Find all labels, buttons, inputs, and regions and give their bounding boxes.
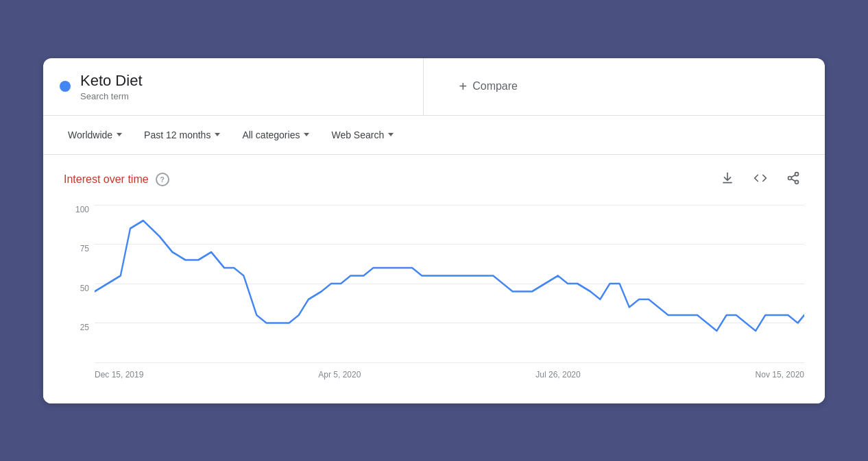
search-term-subtitle: Search term: [80, 91, 143, 101]
main-card: Keto Diet Search term + Compare Worldwid…: [43, 58, 825, 403]
chart-section: Interest over time ?: [43, 155, 825, 403]
chart-title-area: Interest over time ?: [64, 173, 169, 186]
line-chart-svg: [95, 205, 804, 362]
categories-label: All categories: [242, 129, 300, 140]
search-term-text: Keto Diet Search term: [80, 72, 143, 101]
x-label-jul: Jul 26, 2020: [535, 370, 580, 379]
categories-filter[interactable]: All categories: [234, 124, 317, 146]
search-term-title: Keto Diet: [80, 72, 143, 90]
time-range-chevron-icon: [215, 133, 220, 136]
y-label-25: 25: [80, 323, 89, 332]
region-label: Worldwide: [68, 129, 112, 140]
x-axis: Dec 15, 2019 Apr 5, 2020 Jul 26, 2020 No…: [95, 366, 804, 383]
search-term-section: Keto Diet Search term: [43, 58, 424, 115]
help-icon[interactable]: ?: [156, 173, 169, 186]
svg-point-1: [788, 176, 792, 179]
chart-container: 100 75 50 25: [64, 205, 804, 383]
region-filter[interactable]: Worldwide: [60, 124, 130, 146]
chart-title: Interest over time: [64, 173, 149, 186]
svg-point-0: [795, 172, 799, 175]
chart-header: Interest over time ?: [64, 169, 804, 191]
svg-line-3: [791, 179, 795, 181]
search-type-chevron-icon: [388, 133, 394, 136]
chart-area: [95, 205, 804, 362]
filters-row: Worldwide Past 12 months All categories …: [43, 116, 825, 155]
grid-line-bottom: [95, 362, 804, 363]
share-icon[interactable]: [782, 169, 804, 191]
search-type-label: Web Search: [331, 129, 384, 140]
time-range-filter[interactable]: Past 12 months: [136, 124, 228, 146]
time-range-label: Past 12 months: [144, 129, 210, 140]
region-chevron-icon: [117, 133, 122, 136]
search-type-filter[interactable]: Web Search: [323, 124, 402, 146]
search-term-dot: [60, 81, 71, 92]
compare-button[interactable]: + Compare: [451, 73, 527, 100]
chart-actions: [716, 169, 804, 191]
x-label-apr: Apr 5, 2020: [318, 370, 361, 379]
y-label-50: 50: [80, 284, 89, 293]
card-header: Keto Diet Search term + Compare: [43, 58, 825, 116]
compare-label: Compare: [472, 80, 518, 92]
svg-point-2: [795, 180, 799, 184]
svg-line-4: [791, 175, 795, 177]
x-label-nov: Nov 15, 2020: [756, 370, 804, 379]
y-label-75: 75: [80, 244, 89, 253]
y-axis: 100 75 50 25: [64, 205, 95, 362]
y-label-100: 100: [75, 205, 89, 214]
x-label-dec: Dec 15, 2019: [95, 370, 143, 379]
compare-section: + Compare: [424, 58, 825, 115]
embed-icon[interactable]: [749, 169, 771, 191]
download-icon[interactable]: [716, 169, 738, 191]
compare-plus-icon: +: [459, 79, 468, 95]
categories-chevron-icon: [304, 133, 309, 136]
